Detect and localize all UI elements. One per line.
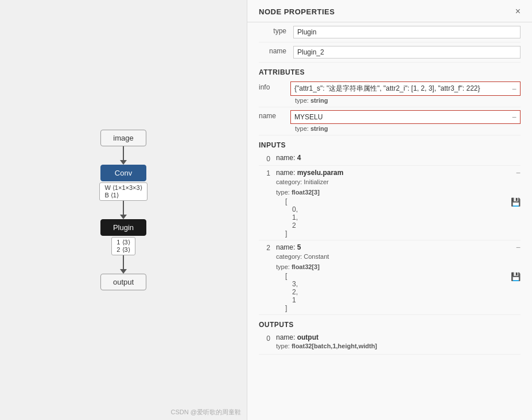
input-2-name-line: name: 5 −: [276, 243, 521, 252]
node-plugin-label: Plugin: [113, 223, 134, 232]
input-row-2: 2 name: 5 − category: Constant type: flo…: [259, 240, 521, 315]
input-row-0: 0 name: 4: [259, 151, 521, 166]
attr-info-type: type: string: [259, 96, 521, 104]
input-2-array: [ 3, 2, 1 ]: [276, 272, 298, 312]
connector-2: [123, 201, 124, 215]
attr-row-info: info {"attr1_s": "这是字符串属性", "attr2_i": […: [259, 79, 521, 107]
attr-info-collapse[interactable]: −: [512, 84, 517, 94]
input-1-name: name: myselu.param: [276, 169, 343, 177]
name-input[interactable]: [293, 46, 521, 59]
type-value: [293, 26, 521, 38]
panel-title: NODE PROPERTIES: [259, 7, 335, 16]
input-1-collapse[interactable]: −: [516, 168, 521, 177]
type-label: type: [259, 26, 293, 35]
attr-name-key: name: [259, 110, 290, 120]
panel-header: NODE PROPERTIES ×: [247, 0, 532, 22]
graph-panel: image Conv W ⟨1×1×3×3⟩B ⟨1⟩ Plugin 1 ⟨3⟩…: [0, 0, 247, 420]
arrow-3: [120, 269, 127, 274]
input-1-meta: category: Initializer type: float32[3]: [276, 177, 521, 197]
input-1-array: [ 0, 1, 2 ]: [276, 197, 298, 238]
input-1-array-wrapper: [ 0, 1, 2 ] 💾: [276, 197, 521, 238]
close-button[interactable]: ×: [515, 7, 521, 16]
node-image[interactable]: image: [100, 130, 146, 146]
name-label: name: [259, 46, 293, 55]
attr-info-key: info: [259, 81, 290, 91]
watermark: CSDN @爱听歌的周童鞋: [171, 408, 241, 417]
props-body: type name ATTRIBUTES info {"attr1_s": "这…: [247, 22, 532, 355]
type-input[interactable]: [293, 26, 521, 38]
input-0-content: name: 4: [276, 154, 521, 162]
attr-name-type: type: string: [259, 124, 521, 132]
input-row-1: 1 name: myselu.param − category: Initial…: [259, 166, 521, 240]
input-2-meta: category: Constant type: float32[3]: [276, 252, 521, 272]
properties-panel: NODE PROPERTIES × type name ATTRIBUTES i…: [247, 0, 532, 420]
node-conv-label: Conv: [115, 169, 132, 177]
node-output-label: output: [113, 278, 134, 286]
node-output[interactable]: output: [100, 274, 146, 290]
connector-3: [123, 255, 124, 269]
input-2-content: name: 5 − category: Constant type: float…: [276, 243, 521, 312]
input-2-save-icon[interactable]: 💾: [511, 272, 521, 281]
graph-container: image Conv W ⟨1×1×3×3⟩B ⟨1⟩ Plugin 1 ⟨3⟩…: [99, 130, 147, 290]
attr-name-name-row: name MYSELU −: [259, 110, 521, 124]
output-0-meta: type: float32[batch,1,height,width]: [276, 341, 521, 352]
attr-info-content: info {"attr1_s": "这是字符串属性", "attr2_i": […: [259, 81, 521, 104]
attr-name-collapse[interactable]: −: [512, 112, 517, 122]
attr-info-text: {"attr1_s": "这是字符串属性", "attr2_i": [1, 2,…: [294, 84, 480, 94]
attr-row-name: name MYSELU − type: string: [259, 107, 521, 135]
attr-info-value[interactable]: {"attr1_s": "这是字符串属性", "attr2_i": [1, 2,…: [290, 81, 521, 96]
input-0-index: 0: [259, 154, 276, 163]
node-conv[interactable]: Conv: [100, 165, 146, 181]
connector-1: [123, 146, 124, 160]
attr-info-name-row: info {"attr1_s": "这是字符串属性", "attr2_i": […: [259, 81, 521, 96]
input-1-index: 1: [259, 168, 276, 177]
output-0-name: name: output: [276, 333, 319, 341]
input-0-name: name: 4: [276, 154, 301, 162]
input-2-collapse[interactable]: −: [516, 243, 521, 252]
outputs-section-header: OUTPUTS: [259, 315, 521, 331]
name-row: name: [259, 42, 521, 63]
node-plugin[interactable]: Plugin: [100, 219, 146, 236]
output-row-0: 0 name: output type: float32[batch,1,hei…: [259, 331, 521, 355]
attributes-section-header: ATTRIBUTES: [259, 63, 521, 79]
attr-name-content: name MYSELU − type: string: [259, 110, 521, 132]
attr-name-text: MYSELU: [294, 113, 323, 121]
name-value: [293, 46, 521, 59]
input-1-name-line: name: myselu.param −: [276, 168, 521, 177]
input-2-name: name: 5: [276, 243, 301, 251]
input-2-index: 2: [259, 243, 276, 252]
type-row: type: [259, 22, 521, 42]
attr-name-value[interactable]: MYSELU −: [290, 110, 521, 124]
inputs-section-header: INPUTS: [259, 135, 521, 151]
output-0-content: name: output type: float32[batch,1,heigh…: [276, 333, 521, 352]
input-0-name-line: name: 4: [276, 154, 521, 162]
node-plugin-sub: 1 ⟨3⟩2 ⟨3⟩: [111, 237, 135, 255]
node-image-label: image: [113, 134, 133, 142]
output-0-index: 0: [259, 333, 276, 343]
arrow-1: [120, 160, 127, 165]
node-conv-sub: W ⟨1×1×3×3⟩B ⟨1⟩: [99, 182, 147, 201]
input-2-array-wrapper: [ 3, 2, 1 ] 💾: [276, 272, 521, 312]
input-1-content: name: myselu.param − category: Initializ…: [276, 168, 521, 238]
output-0-name-line: name: output: [276, 333, 521, 341]
arrow-2: [120, 215, 127, 219]
input-1-save-icon[interactable]: 💾: [511, 197, 521, 207]
